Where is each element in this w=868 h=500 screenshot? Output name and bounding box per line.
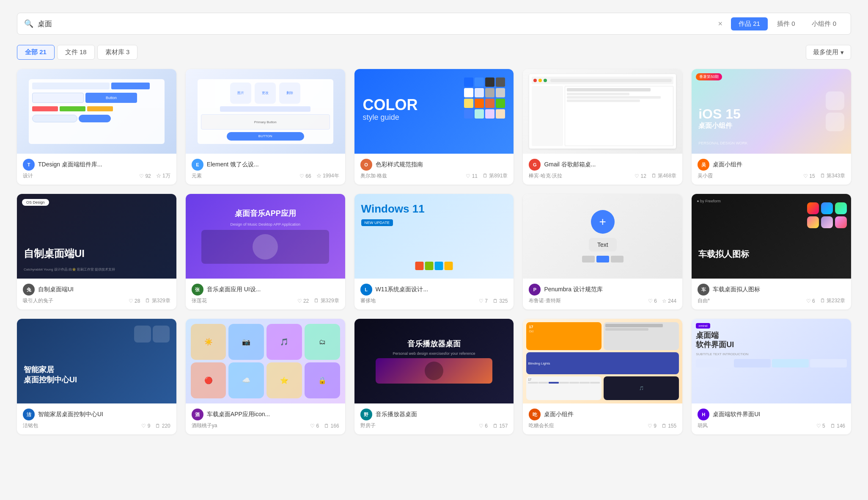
card-thumb: + Text — [523, 194, 682, 279]
meta-stats: ♡ 22 🗒 第329章 — [297, 297, 339, 304]
search-input[interactable] — [38, 19, 718, 28]
card-tdesign[interactable]: Button — [17, 69, 176, 185]
views-stat: 🗒 第343章 — [820, 172, 845, 180]
card-meta: 自由* ♡ 6 🗒 第232章 — [698, 297, 845, 304]
card-deskwidget[interactable]: 17 Oct Blinding Lights 17 — [523, 319, 682, 434]
card-info: 兔 自制桌面端UI 吸引人的兔子 ♡ 28 🗒 第329章 — [17, 279, 176, 309]
card-thumb: 智能家居桌面控制中心UI — [17, 319, 176, 403]
author-row: G Gmail 谷歌邮箱桌... — [529, 159, 676, 171]
card-info: T TDesign 桌面端组件库... 设计 ♡ 92 ☆ 1万 — [17, 154, 176, 185]
card-thumb: Button — [17, 69, 176, 154]
views-stat: 🗒 155 — [662, 423, 676, 429]
author-name: 布鲁诺·查特斯 — [529, 297, 560, 304]
card-desksoftware[interactable]: xmind 桌面端软件界面UI SUBTITLE TEXT INTRODUCTI… — [692, 319, 851, 434]
main-container: 🔍 × 作品 21 插件 0 小组件 0 全部 21 文件 18 素材库 3 最… — [0, 0, 868, 447]
card-gmail[interactable]: G Gmail 谷歌邮箱桌... 棒宾·哈克·沃拉 ♡ 12 🗒 第468章 — [523, 69, 682, 185]
author-name: 野房子 — [360, 422, 376, 429]
music-sub: Design of Music Desktop APP Application — [230, 222, 300, 227]
author-row: 吴 桌面小组件 — [698, 159, 845, 171]
author-name: 自由* — [698, 297, 710, 304]
avatar: 洁 — [23, 409, 35, 420]
author-row: L W11系统桌面设计... — [360, 284, 508, 296]
tab-works[interactable]: 作品 21 — [731, 17, 768, 30]
filter-material[interactable]: 素材库 3 — [97, 45, 138, 60]
search-tabs: 作品 21 插件 0 小组件 0 — [731, 17, 844, 30]
smarthome-title: 智能家居桌面控制中心UI — [24, 365, 77, 385]
card-meta: 奥尔加·格兹 ♡ 11 🗒 第891章 — [360, 172, 508, 180]
meta-stats: ♡ 15 🗒 第343章 — [803, 172, 845, 180]
card-meta: 布鲁诺·查特斯 ♡ 6 ☆ 244 — [529, 297, 676, 304]
avatar: E — [192, 159, 203, 171]
card-smarthome[interactable]: 智能家居桌面控制中心UI 洁 智能家居桌面控制中心UI 洁铭包 ♡ 9 🗒 22… — [17, 319, 176, 434]
card-info: 野 音乐播放器桌面 野房子 ♡ 6 🗒 157 — [354, 403, 514, 434]
card-meta: 吃糖会长痘 ♡ 9 🗒 155 — [529, 422, 676, 429]
card-thumb: 17 Oct Blinding Lights 17 — [523, 319, 682, 403]
likes-stat: ♡ 11 — [466, 173, 478, 179]
penumbra-text: Text — [589, 238, 617, 251]
card-title: Gmail 谷歌邮箱桌... — [544, 161, 676, 169]
card-title: Penumbra 设计规范库 — [544, 286, 676, 293]
likes-stat: ♡ 9 — [141, 423, 150, 429]
author-row: 酒 车载桌面APP应用icon... — [192, 409, 339, 420]
meta-stats: ♡ 12 🗒 第468章 — [635, 172, 676, 180]
avatar: 酒 — [192, 409, 203, 420]
meta-stats: ♡ 7 🗒 325 — [479, 298, 508, 304]
meta-stats: ♡ 66 ☆ 1994年 — [299, 172, 339, 180]
card-element[interactable]: 图片 更改 删除 Primary Button BUTTON E Element… — [186, 69, 345, 185]
author-row: 兔 自制桌面端UI — [23, 284, 170, 296]
views-stat: 🗒 第329章 — [145, 297, 170, 304]
meta-stats: ♡ 6 🗒 166 — [310, 423, 339, 429]
card-thumb: Windows 11 NEW UPDATE — [354, 194, 514, 279]
likes-stat: ♡ 92 — [139, 173, 151, 179]
author-row: E Element 饿了么设... — [192, 159, 339, 171]
meta-stats: ♡ 92 ☆ 1万 — [139, 172, 170, 180]
osdesign-badge: OS Design — [22, 199, 49, 206]
clear-button[interactable]: × — [718, 19, 723, 28]
meta-stats: ♡ 28 🗒 第329章 — [129, 297, 170, 304]
color-guide-sub: style guide — [363, 113, 399, 122]
card-carapp[interactable]: ☀️ 📷 🎵 🗂 🔴 ☁️ ⭐ 🔒 酒 车载桌面APP应用icon... 酒颐桃… — [186, 319, 345, 434]
sort-label: 最多使用 — [813, 48, 838, 56]
author-row: O 色彩样式规范指南 — [360, 159, 508, 171]
author-name: 吸引人的兔子 — [23, 297, 53, 304]
sort-button[interactable]: 最多使用 ▾ — [806, 45, 851, 60]
search-bar: 🔍 × 作品 21 插件 0 小组件 0 — [17, 13, 851, 35]
card-penumbra[interactable]: + Text P Penumbra 设计规范库 布鲁诺·查特斯 — [523, 194, 682, 309]
author-row: P Penumbra 设计规范库 — [529, 284, 676, 296]
w11-icons — [415, 262, 453, 270]
card-meta: 吴小霞 ♡ 15 🗒 第343章 — [698, 172, 845, 180]
author-name: 棒宾·哈克·沃拉 — [529, 172, 562, 180]
card-w11[interactable]: Windows 11 NEW UPDATE L W11系统桌面设计... 審侈地 — [354, 194, 514, 309]
meta-stats: ♡ 6 ☆ 244 — [648, 298, 676, 304]
likes-stat: ♡ 7 — [479, 298, 488, 304]
card-title: 音乐桌面应用 UI设... — [207, 286, 339, 293]
ios15-title: iOS 15 桌面小组件 — [698, 107, 741, 130]
color-guide-title: COLOR — [363, 97, 418, 113]
card-caricon[interactable]: ● by Freeform 车载拟人图标 车 车载桌面拟人图标 自由* — [692, 194, 851, 309]
avatar: T — [23, 159, 35, 171]
card-osdesign[interactable]: OS Design 自制桌面端UI Catchyrabbit Young 设计作… — [17, 194, 176, 309]
filter-files[interactable]: 文件 18 — [57, 45, 95, 60]
meta-stats: ♡ 6 🗒 157 — [479, 423, 508, 429]
tab-widgets[interactable]: 小组件 0 — [804, 17, 844, 30]
card-info: O 色彩样式规范指南 奥尔加·格兹 ♡ 11 🗒 第891章 — [354, 154, 514, 185]
mp-title: 音乐播放器桌面 — [407, 339, 461, 349]
card-musicplayer[interactable]: 音乐播放器桌面 Personal web design exercisesfor… — [354, 319, 514, 434]
card-title: 自制桌面端UI — [38, 286, 170, 293]
likes-stat: ♡ 6 — [479, 423, 488, 429]
author-row: T TDesign 桌面端组件库... — [23, 159, 170, 171]
tab-plugins[interactable]: 插件 0 — [769, 17, 803, 30]
likes-stat: ♡ 22 — [297, 298, 309, 304]
card-ios15[interactable]: 番薯第50期 iOS 15 桌面小组件 PERSONAL DESIGN WORK… — [692, 69, 851, 185]
card-musicapp[interactable]: 桌面音乐APP应用 Design of Music Desktop APP Ap… — [186, 194, 345, 309]
views-stat: ☆ 244 — [662, 298, 676, 304]
filter-all[interactable]: 全部 21 — [17, 45, 55, 60]
penumbra-dates — [582, 256, 624, 262]
card-thumb: ● by Freeform 车载拟人图标 — [692, 194, 851, 279]
author-name: 吴小霞 — [698, 172, 713, 180]
card-thumb: COLOR style guide — [354, 69, 514, 154]
card-info: 吃 桌面小组件 吃糖会长痘 ♡ 9 🗒 155 — [523, 403, 682, 434]
osdesign-footer: Catchyrabbit Young 设计作品 由⭐ 彩刷工作室 提供技术支持 — [24, 267, 115, 272]
likes-stat: ♡ 9 — [648, 423, 656, 429]
card-colorguide[interactable]: COLOR style guide — [354, 69, 514, 185]
